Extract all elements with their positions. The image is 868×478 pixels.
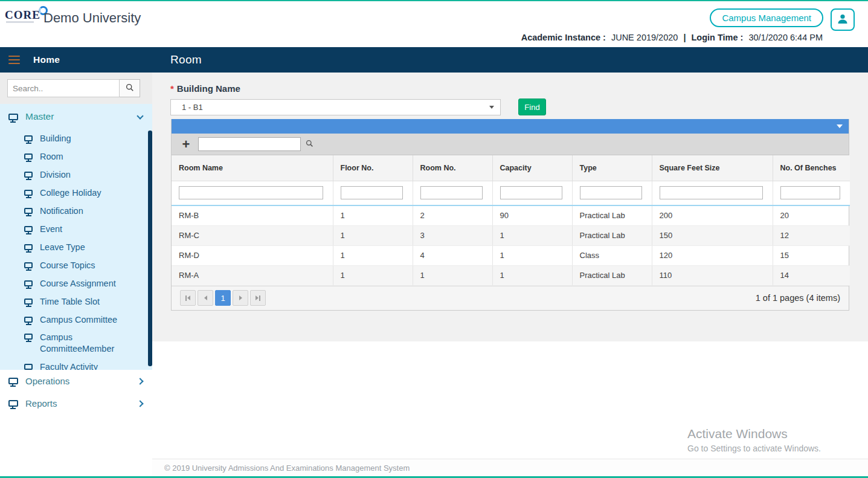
sidebar-item-operations[interactable]: Operations	[0, 370, 152, 392]
login-time-label: Login Time :	[691, 33, 743, 42]
sidebar-item-leave-type[interactable]: Leave Type	[0, 238, 152, 256]
chevron-down-icon	[137, 112, 143, 119]
monitor-icon	[24, 190, 33, 196]
sidebar-item-master[interactable]: Master	[0, 104, 152, 129]
column-header-room-name[interactable]: Room Name	[172, 155, 333, 181]
grid-collapse-icon[interactable]	[837, 124, 843, 128]
logo: CORE	[5, 8, 48, 22]
sidebar-item-campus-committee[interactable]: Campus Committee	[0, 311, 152, 329]
accent-top-bar	[0, 0, 868, 1]
table-cell: RM-C	[172, 225, 333, 245]
login-time-value: 30/1/2020 6:44 PM	[748, 33, 823, 42]
chevron-right-icon	[137, 378, 143, 384]
master-label: Master	[25, 111, 138, 122]
filter-input-room-name[interactable]	[179, 186, 323, 199]
filter-input-capacity[interactable]	[500, 186, 562, 199]
monitor-icon	[24, 317, 33, 323]
add-row-button[interactable]: +	[179, 137, 193, 152]
sidebar-item-division[interactable]: Division	[0, 166, 152, 184]
sidebar-item-course-topics[interactable]: Course Topics	[0, 256, 152, 274]
chevron-right-icon	[137, 400, 143, 407]
table-cell: Practical Lab	[572, 225, 652, 245]
sidebar-item-college-holiday[interactable]: College Holiday	[0, 184, 152, 202]
table-cell: Practical Lab	[572, 265, 652, 285]
monitor-icon	[24, 135, 33, 141]
column-header-type[interactable]: Type	[572, 155, 652, 181]
header-actions: Campus Management	[710, 8, 855, 31]
pager: 1 1 of 1 pages (4 items)	[172, 286, 849, 310]
search-icon	[126, 83, 134, 94]
column-header-no-of-benches[interactable]: No. Of Benches	[773, 155, 850, 181]
table-cell: 2	[413, 205, 492, 225]
table-cell: RM-B	[172, 205, 333, 225]
monitor-icon	[24, 226, 33, 232]
sidebar-search-button[interactable]	[120, 79, 140, 97]
pager-page-1-button[interactable]: 1	[215, 290, 231, 306]
hamburger-icon[interactable]	[8, 56, 20, 65]
app-title: Demo University	[43, 10, 141, 26]
sidebar-search-input[interactable]	[7, 79, 120, 97]
table-cell: 4	[413, 245, 492, 265]
sidebar-item-reports[interactable]: Reports	[0, 392, 152, 415]
sidebar-item-time-table-slot[interactable]: Time Table Slot	[0, 292, 152, 311]
sidebar-item-faculty-activity[interactable]: Faculty Activity	[0, 358, 152, 370]
monitor-icon	[24, 280, 33, 286]
monitor-icon	[8, 400, 18, 407]
sidebar-item-event[interactable]: Event	[0, 220, 152, 238]
grid-search-button[interactable]	[301, 137, 318, 151]
table-cell: 110	[652, 265, 773, 285]
logo-tagline	[6, 21, 34, 23]
app-header: CORE Demo University Campus Management A…	[0, 1, 868, 47]
monitor-icon	[24, 244, 33, 250]
sidebar-item-building[interactable]: Building	[0, 129, 152, 147]
table-cell: 1	[333, 205, 413, 225]
monitor-icon	[24, 208, 33, 214]
sidebar-item-room[interactable]: Room	[0, 147, 152, 166]
filter-input-type[interactable]	[580, 186, 642, 199]
reports-label: Reports	[25, 398, 57, 409]
campus-management-button[interactable]: Campus Management	[710, 8, 823, 27]
table-cell: 1	[333, 265, 413, 285]
monitor-icon	[8, 378, 18, 384]
sidebar-item-notification[interactable]: Notification	[0, 202, 152, 220]
column-header-floor-no[interactable]: Floor No.	[333, 155, 413, 181]
building-form: *Building Name 1 - B1 Find	[170, 83, 546, 115]
pager-first-button[interactable]	[180, 290, 196, 306]
master-menu: Master Building Room Division College Ho…	[0, 104, 152, 370]
filter-input-room-no[interactable]	[420, 186, 483, 199]
find-button[interactable]: Find	[518, 99, 546, 115]
pager-next-button[interactable]	[233, 290, 248, 306]
grid-search-input[interactable]	[198, 137, 301, 151]
table-row[interactable]: RM-D 1 4 1 Class 120 15	[172, 245, 850, 265]
session-divider: |	[683, 33, 686, 42]
table-row[interactable]: RM-C 1 3 1 Practical Lab 150 12	[172, 225, 850, 245]
monitor-icon	[24, 153, 33, 160]
filter-input-square-feet-size[interactable]	[660, 186, 763, 199]
filter-input-no-of-benches[interactable]	[780, 186, 841, 199]
operations-label: Operations	[25, 376, 69, 386]
column-header-square-feet-size[interactable]: Square Feet Size	[652, 155, 773, 181]
column-header-capacity[interactable]: Capacity	[492, 155, 572, 181]
monitor-icon	[24, 364, 33, 370]
table-cell: 15	[773, 245, 850, 265]
pager-last-button[interactable]	[250, 290, 266, 306]
user-profile-button[interactable]	[831, 8, 855, 31]
table-row[interactable]: RM-A 1 1 1 Practical Lab 110 14	[172, 265, 850, 285]
monitor-icon	[24, 299, 33, 305]
pager-prev-button[interactable]	[198, 290, 213, 306]
screen: CORE Demo University Campus Management A…	[0, 0, 868, 478]
filter-input-floor-no[interactable]	[341, 186, 403, 199]
table-cell: 1	[492, 265, 572, 285]
table-row[interactable]: RM-B 1 2 90 Practical Lab 200 20	[172, 205, 850, 225]
sidebar-item-course-assignment[interactable]: Course Assignment	[0, 274, 152, 292]
table-cell: Class	[572, 245, 652, 265]
table-cell: 1	[413, 265, 492, 285]
column-header-room-no[interactable]: Room No.	[413, 155, 492, 181]
table-cell: 200	[652, 205, 773, 225]
grid-title-bar	[172, 119, 849, 134]
sidebar-item-campus-committee-member[interactable]: Campus CommitteeMember	[0, 329, 152, 358]
sidebar-home-bar[interactable]: Home	[0, 47, 152, 73]
table-cell: 150	[652, 225, 773, 245]
building-select[interactable]: 1 - B1	[170, 99, 501, 115]
submenu-scrollbar[interactable]	[148, 131, 152, 366]
